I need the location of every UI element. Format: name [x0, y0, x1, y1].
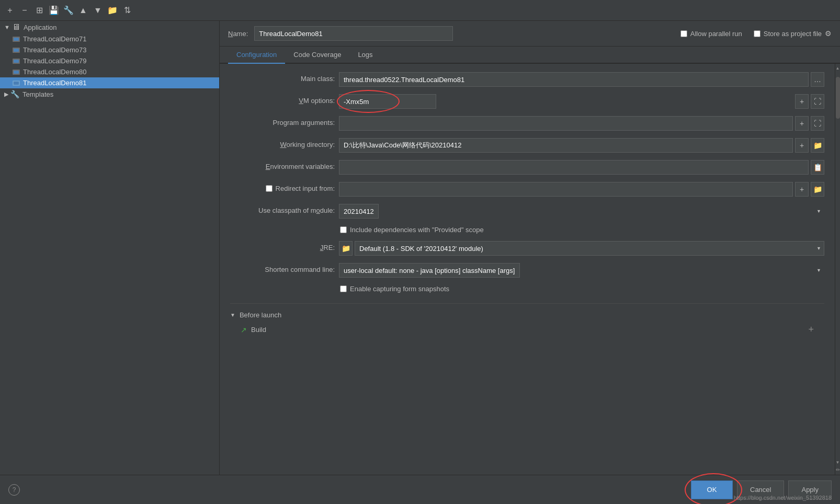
redirect-browse-btn[interactable]: 📁 — [811, 182, 824, 197]
before-launch-arrow-icon: ▼ — [230, 312, 235, 318]
before-launch-section: ▼ Before launch ↗ Build + — [230, 303, 824, 338]
scroll-down-btn[interactable]: ▼ — [835, 459, 840, 466]
tab-configuration[interactable]: Configuration — [228, 47, 285, 64]
vm-options-highlight — [339, 94, 793, 109]
application-label: Application — [24, 24, 57, 31]
help-icon[interactable]: ? — [8, 484, 20, 496]
shorten-select[interactable]: user-local default: none - java [options… — [339, 263, 520, 278]
main-class-browse-btn[interactable]: … — [811, 72, 824, 87]
allow-parallel-checkbox[interactable] — [680, 30, 687, 37]
copy-icon[interactable]: ⊞ — [33, 5, 45, 16]
sidebar-item-demo79[interactable]: ThreadLocalDemo79 — [0, 55, 219, 66]
name-input[interactable] — [254, 26, 453, 41]
classpath-select-wrap: 20210412 — [339, 204, 824, 219]
wrench-icon[interactable]: 🔧 — [63, 5, 74, 16]
gear-icon[interactable]: ⚙ — [825, 29, 832, 38]
sidebar-item-demo71[interactable]: ThreadLocalDemo71 — [0, 33, 219, 44]
demo71-label: ThreadLocalDemo71 — [23, 35, 86, 43]
working-dir-row: Working directory: + 📁 — [230, 138, 824, 153]
include-deps-checkbox[interactable] — [340, 226, 347, 233]
redirect-expand-btn[interactable]: + — [795, 182, 809, 197]
jre-folder-btn[interactable]: 📁 — [339, 241, 353, 256]
redirect-checkbox[interactable] — [266, 185, 273, 192]
watermark: https://blog.csdn.net/weixin_51392818 — [734, 495, 832, 501]
env-vars-browse-btn[interactable]: 📋 — [811, 160, 824, 175]
before-launch-label: Before launch — [240, 311, 281, 319]
sidebar-item-templates[interactable]: ▶ 🔧 Templates — [0, 88, 219, 100]
working-dir-expand-btn[interactable]: + — [795, 138, 809, 153]
main-class-label: Main class: — [230, 72, 335, 83]
redirect-input-wrap: + 📁 — [339, 182, 824, 197]
ok-button[interactable]: OK — [691, 480, 733, 499]
edit-icon[interactable]: ✏ — [835, 466, 841, 474]
ok-btn-wrap: OK — [691, 480, 733, 499]
program-args-input-wrap: + ⛶ — [339, 116, 824, 131]
config-icon-71 — [13, 37, 20, 42]
sort-icon[interactable]: ⇅ — [121, 5, 133, 16]
program-args-expand-btn[interactable]: + — [795, 116, 809, 131]
vm-options-input[interactable] — [339, 94, 436, 109]
arrow-up-icon[interactable]: ▲ — [77, 5, 89, 16]
footer-left: ? — [8, 484, 20, 496]
env-vars-input-wrap: 📋 — [339, 160, 824, 175]
scroll-up-btn[interactable]: ▲ — [835, 65, 840, 72]
snapshots-checkbox[interactable] — [340, 285, 347, 292]
config-icon-81 — [13, 81, 20, 86]
program-args-fullscreen-btn[interactable]: ⛶ — [811, 116, 824, 131]
add-icon[interactable]: + — [4, 5, 16, 16]
sidebar-item-demo81[interactable]: ThreadLocalDemo81 — [0, 77, 219, 88]
jre-row: JRE: 📁 Default (1.8 - SDK of '20210412' … — [230, 241, 824, 256]
sidebar-item-demo80[interactable]: ThreadLocalDemo80 — [0, 66, 219, 77]
main-class-input[interactable] — [339, 72, 809, 87]
add-build-btn[interactable]: + — [808, 324, 814, 335]
snapshots-label[interactable]: Enable capturing form snapshots — [340, 285, 449, 293]
sidebar: ▼ 🖥 Application ThreadLocalDemo71 Thread… — [0, 21, 220, 475]
allow-parallel-label[interactable]: Allow parallel run — [680, 30, 742, 38]
working-dir-input[interactable] — [339, 138, 793, 153]
classpath-select[interactable]: 20210412 — [339, 204, 379, 219]
sidebar-item-application[interactable]: ▼ 🖥 Application — [0, 21, 219, 33]
vm-options-expand-btn[interactable]: + — [795, 94, 809, 109]
env-vars-input[interactable] — [339, 160, 809, 175]
folder-icon[interactable]: 📁 — [107, 5, 118, 16]
program-args-input[interactable] — [339, 116, 793, 131]
working-dir-label: Working directory: — [230, 138, 335, 148]
shorten-input-wrap: user-local default: none - java [options… — [339, 263, 824, 278]
tabs-bar: Configuration Code Coverage Logs — [220, 47, 840, 64]
build-icon: ↗ — [241, 326, 247, 334]
redirect-checkbox-col: Redirect input from: — [230, 182, 335, 192]
store-project-label[interactable]: Store as project file — [754, 30, 822, 38]
arrow-down-icon[interactable]: ▼ — [92, 5, 104, 16]
application-icon: 🖥 — [12, 22, 20, 32]
jre-select[interactable]: Default (1.8 - SDK of '20210412' module) — [355, 241, 824, 256]
store-project-text: Store as project file — [764, 30, 822, 38]
sidebar-item-demo73[interactable]: ThreadLocalDemo73 — [0, 44, 219, 55]
tab-config-label: Configuration — [236, 51, 277, 59]
tab-logs[interactable]: Logs — [349, 47, 381, 64]
store-project-checkbox[interactable] — [754, 30, 760, 37]
templates-arrow-icon: ▶ — [4, 91, 8, 98]
header-row: Name: Allow parallel run Store as projec… — [220, 21, 840, 47]
demo80-label: ThreadLocalDemo80 — [23, 68, 86, 76]
scrollbar[interactable]: ▲ ▼ ✏ — [835, 64, 840, 475]
vm-options-fullscreen-btn[interactable]: ⛶ — [811, 94, 824, 109]
demo81-label: ThreadLocalDemo81 — [23, 79, 86, 87]
main-class-row: Main class: … — [230, 72, 824, 87]
tab-code-coverage[interactable]: Code Coverage — [285, 47, 349, 64]
redirect-input[interactable] — [339, 182, 793, 197]
config-icon-79 — [13, 59, 20, 64]
snapshots-row: Enable capturing form snapshots — [230, 285, 824, 293]
include-deps-label[interactable]: Include dependencies with "Provided" sco… — [340, 226, 484, 234]
env-vars-label: Environment variables: — [230, 160, 335, 170]
program-args-row: Program arguments: + ⛶ — [230, 116, 824, 131]
save-icon[interactable]: 💾 — [48, 5, 60, 16]
before-launch-header[interactable]: ▼ Before launch — [230, 309, 824, 321]
shorten-select-wrap: user-local default: none - java [options… — [339, 263, 824, 278]
minus-icon[interactable]: − — [19, 5, 30, 16]
wrench-small-icon: 🔧 — [10, 90, 19, 98]
tab-logs-label: Logs — [358, 51, 372, 59]
classpath-row: Use classpath of module: 20210412 — [230, 204, 824, 219]
scrollbar-thumb[interactable] — [836, 77, 840, 119]
working-dir-browse-btn[interactable]: 📁 — [811, 138, 824, 153]
jre-select-wrap: Default (1.8 - SDK of '20210412' module) — [355, 241, 824, 256]
